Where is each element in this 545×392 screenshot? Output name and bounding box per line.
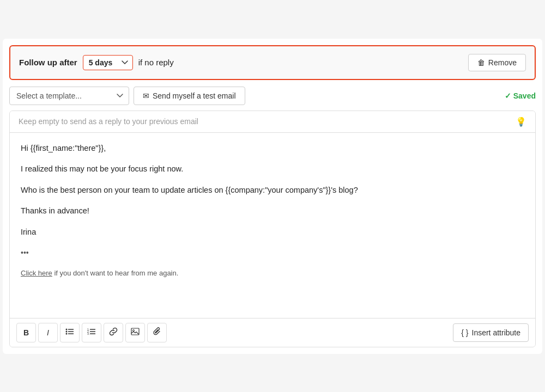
svg-text:3.: 3. bbox=[87, 332, 89, 335]
email-body[interactable]: Hi {{first_name:"there"}}, I realized th… bbox=[10, 133, 535, 318]
italic-icon: I bbox=[47, 328, 49, 337]
curly-braces-icon: { } bbox=[461, 328, 468, 337]
link-icon bbox=[109, 327, 118, 338]
attachment-button[interactable] bbox=[147, 323, 167, 342]
unsubscribe-link[interactable]: Click here bbox=[21, 269, 52, 277]
insert-attr-label: Insert attribute bbox=[472, 328, 521, 337]
unsubscribe-line: Click here if you don't want to hear fro… bbox=[21, 267, 524, 279]
test-email-label: Send myself a test email bbox=[153, 91, 236, 100]
followup-days-select[interactable]: 1 day 2 days 3 days 5 days 7 days 14 day… bbox=[83, 55, 133, 70]
bold-icon: B bbox=[23, 328, 29, 337]
italic-button[interactable]: I bbox=[38, 323, 58, 342]
bold-button[interactable]: B bbox=[16, 323, 36, 342]
format-buttons: B I bbox=[16, 323, 167, 342]
followup-left: Follow up after 1 day 2 days 3 days 5 da… bbox=[19, 55, 174, 70]
email-line4: Thanks in advance! bbox=[21, 204, 524, 218]
email-signature: Irina bbox=[21, 225, 524, 239]
email-icon: ✉ bbox=[143, 91, 149, 100]
template-select[interactable]: Select a template... bbox=[9, 87, 129, 105]
followup-suffix: if no reply bbox=[138, 58, 174, 67]
followup-bar: Follow up after 1 day 2 days 3 days 5 da… bbox=[9, 45, 536, 80]
unsubscribe-text: if you don't want to hear from me again. bbox=[52, 269, 179, 277]
followup-label: Follow up after bbox=[19, 58, 77, 67]
bullet-list-button[interactable] bbox=[60, 323, 80, 342]
checkmark-icon: ✓ bbox=[505, 91, 511, 100]
numbered-list-icon: 1. 2. 3. bbox=[87, 328, 96, 337]
signature-dots: ••• bbox=[21, 247, 524, 260]
saved-text: Saved bbox=[513, 91, 536, 100]
subject-row: Keep empty to send as a reply to your pr… bbox=[10, 111, 535, 133]
bullet-list-icon bbox=[65, 328, 74, 337]
email-editor: Keep empty to send as a reply to your pr… bbox=[9, 111, 536, 347]
svg-point-0 bbox=[66, 329, 68, 330]
email-line1: Hi {{first_name:"there"}}, bbox=[21, 142, 524, 155]
test-email-button[interactable]: ✉ Send myself a test email bbox=[134, 87, 245, 105]
lightbulb-icon: 💡 bbox=[516, 117, 526, 127]
svg-point-2 bbox=[66, 331, 68, 333]
remove-label: Remove bbox=[488, 58, 517, 67]
email-line2: I realized this may not be your focus ri… bbox=[21, 162, 524, 176]
trash-icon: 🗑 bbox=[477, 58, 485, 67]
image-button[interactable] bbox=[125, 323, 145, 342]
main-container: Follow up after 1 day 2 days 3 days 5 da… bbox=[3, 39, 542, 354]
format-bar: B I bbox=[10, 318, 535, 347]
subject-placeholder[interactable]: Keep empty to send as a reply to your pr… bbox=[19, 117, 198, 126]
svg-point-13 bbox=[133, 330, 135, 332]
email-line3: Who is the best person on your team to u… bbox=[21, 183, 524, 197]
link-button[interactable] bbox=[104, 323, 123, 342]
saved-indicator: ✓ Saved bbox=[505, 91, 536, 100]
svg-point-4 bbox=[66, 333, 68, 335]
toolbar-row: Select a template... ✉ Send myself a tes… bbox=[9, 87, 536, 105]
insert-attribute-button[interactable]: { } Insert attribute bbox=[453, 323, 529, 342]
image-icon bbox=[131, 328, 140, 337]
template-select-wrap: Select a template... bbox=[9, 87, 129, 105]
remove-button[interactable]: 🗑 Remove bbox=[468, 54, 526, 71]
attachment-icon bbox=[153, 327, 161, 338]
numbered-list-button[interactable]: 1. 2. 3. bbox=[82, 323, 101, 342]
